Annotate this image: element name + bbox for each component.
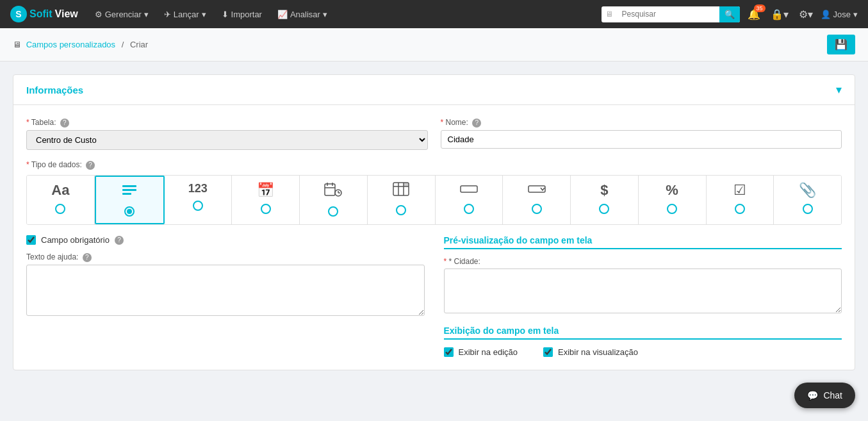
checkbox-type-icon: ☑ <box>733 182 746 199</box>
texto-ajuda-group: Texto de ajuda: ? <box>26 252 425 318</box>
tabela-label: * Tabela: ? <box>26 118 428 128</box>
nav-item-importar[interactable]: ⬇ Importar <box>215 0 268 28</box>
attachment-icon: 📎 <box>799 182 816 199</box>
nav-item-gerenciar-label: Gerenciar <box>105 10 142 19</box>
display-title: Exibição do campo em tela <box>444 326 842 340</box>
breadcrumb-separator: / <box>122 40 124 49</box>
data-type-dropdown[interactable] <box>503 176 571 224</box>
exibir-visualizacao-checkbox[interactable] <box>543 347 553 357</box>
data-type-percent[interactable]: % <box>639 176 707 224</box>
date-icon: 📅 <box>257 182 274 199</box>
card-header: Informações ▾ <box>13 75 855 105</box>
dropdown-radio[interactable] <box>532 204 542 214</box>
data-type-grid: Aa <box>26 175 842 225</box>
singleline-icon <box>460 182 478 199</box>
chat-bubble-icon: 💬 <box>807 390 818 396</box>
text-radio[interactable] <box>55 204 65 214</box>
search-input[interactable] <box>617 7 719 21</box>
notification-badge: 35 <box>754 4 766 12</box>
nome-group: * Nome: ? <box>441 118 842 150</box>
search-box: 🖥 🔍 <box>602 6 740 22</box>
datetime-icon <box>324 182 342 201</box>
campo-obrigatorio-help-icon[interactable]: ? <box>115 236 124 245</box>
percent-radio[interactable] <box>667 204 677 214</box>
campo-obrigatorio-label: Campo obrigatório <box>41 235 110 245</box>
tabela-help-icon[interactable]: ? <box>60 119 69 128</box>
data-type-singleline[interactable] <box>436 176 504 224</box>
currency-icon: $ <box>600 182 608 199</box>
nome-input[interactable] <box>441 130 842 149</box>
campo-obrigatorio-row: Campo obrigatório ? <box>26 235 425 245</box>
data-type-text[interactable]: Aa <box>27 176 95 224</box>
data-type-attachment[interactable]: 📎 <box>774 176 841 224</box>
tabela-select[interactable]: Centro de Custo Clientes Projetos Tarefa… <box>26 130 428 150</box>
text-icon: Aa <box>51 182 69 199</box>
tabela-group: * Tabela: ? Centro de Custo Clientes Pro… <box>26 118 428 150</box>
data-type-currency[interactable]: $ <box>571 176 639 224</box>
number-icon: 123 <box>188 182 208 195</box>
datetime-radio[interactable] <box>328 206 338 217</box>
texto-ajuda-help-icon[interactable]: ? <box>83 253 92 262</box>
brand-logo: S <box>10 6 27 22</box>
data-type-textarea[interactable] <box>95 176 165 224</box>
svg-rect-3 <box>325 184 335 195</box>
chart-icon: 📈 <box>277 10 288 19</box>
display-section: Exibição do campo em tela Exibir na ediç… <box>444 326 842 357</box>
textarea-radio[interactable] <box>124 206 135 217</box>
singleline-radio[interactable] <box>464 204 474 214</box>
data-type-number[interactable]: 123 <box>165 176 233 224</box>
exibir-edicao-label: Exibir na edição <box>459 347 518 357</box>
user-icon: 👤 <box>821 10 831 19</box>
exibir-edicao-item: Exibir na edição <box>444 347 518 357</box>
data-type-checkbox-type[interactable]: ☑ <box>707 176 774 224</box>
nav-item-analisar[interactable]: 📈 Analisar ▾ <box>271 0 334 28</box>
nav-item-importar-label: Importar <box>231 10 262 19</box>
lock-icon[interactable]: 🔒▾ <box>768 8 791 21</box>
chevron-down-icon-3: ▾ <box>323 10 327 19</box>
grid-radio[interactable] <box>396 205 406 215</box>
tipo-dados-label: * Tipo de dados: ? <box>26 160 842 170</box>
lower-left: Campo obrigatório ? Texto de ajuda: ? <box>26 235 425 357</box>
data-type-datetime[interactable] <box>300 176 368 224</box>
breadcrumb-parent[interactable]: Campos personalizados <box>26 40 115 49</box>
breadcrumb-current: Criar <box>130 40 148 49</box>
texto-ajuda-textarea[interactable] <box>26 265 425 316</box>
chevron-down-icon: ▾ <box>144 10 149 19</box>
preview-field-label: * * Cidade: <box>444 257 842 266</box>
save-button[interactable]: 💾 <box>827 35 855 54</box>
user-chevron-icon: ▾ <box>853 10 858 19</box>
screen-icon: 🖥 <box>602 7 617 21</box>
nav-item-gerenciar[interactable]: ⚙ Gerenciar ▾ <box>88 0 155 28</box>
currency-radio[interactable] <box>599 204 609 214</box>
search-button[interactable]: 🔍 <box>719 6 740 22</box>
nome-help-icon[interactable]: ? <box>472 119 481 128</box>
exibir-edicao-checkbox[interactable] <box>444 347 454 357</box>
preview-textarea[interactable] <box>444 268 842 313</box>
chat-label: Chat <box>823 390 842 396</box>
percent-icon: % <box>666 182 678 199</box>
nav-item-lancar[interactable]: ✈ Lançar ▾ <box>158 0 213 28</box>
number-radio[interactable] <box>193 201 203 211</box>
attachment-radio[interactable] <box>803 204 813 214</box>
card-collapse-icon[interactable]: ▾ <box>836 83 842 97</box>
data-type-grid-field[interactable] <box>368 176 436 224</box>
card-title: Informações <box>26 85 83 95</box>
date-radio[interactable] <box>261 204 271 214</box>
user-menu[interactable]: 👤 Jose ▾ <box>821 10 858 19</box>
nav-right: 🖥 🔍 🔔 35 🔒▾ ⚙▾ 👤 Jose ▾ <box>602 6 858 22</box>
checkbox-type-radio[interactable] <box>735 204 745 214</box>
preview-section: Pré-visualização do campo em tela * * Ci… <box>444 235 842 326</box>
tipo-dados-help-icon[interactable]: ? <box>86 161 95 170</box>
notification-bell[interactable]: 🔔 35 <box>745 8 763 21</box>
gear-icon: ⚙ <box>95 10 102 19</box>
launch-icon: ✈ <box>164 10 171 19</box>
tipo-dados-section: * Tipo de dados: ? Aa <box>26 160 842 225</box>
data-type-date[interactable]: 📅 <box>232 176 300 224</box>
texto-ajuda-label: Texto de ajuda: ? <box>26 252 425 262</box>
network-icon[interactable]: ⚙▾ <box>796 8 815 21</box>
campo-obrigatorio-checkbox[interactable] <box>26 235 36 245</box>
chat-button[interactable]: 💬 Chat <box>794 383 855 396</box>
chevron-down-icon-2: ▾ <box>202 10 206 19</box>
display-checkboxes: Exibir na edição Exibir na visualização <box>444 347 842 357</box>
svg-rect-0 <box>122 185 136 187</box>
